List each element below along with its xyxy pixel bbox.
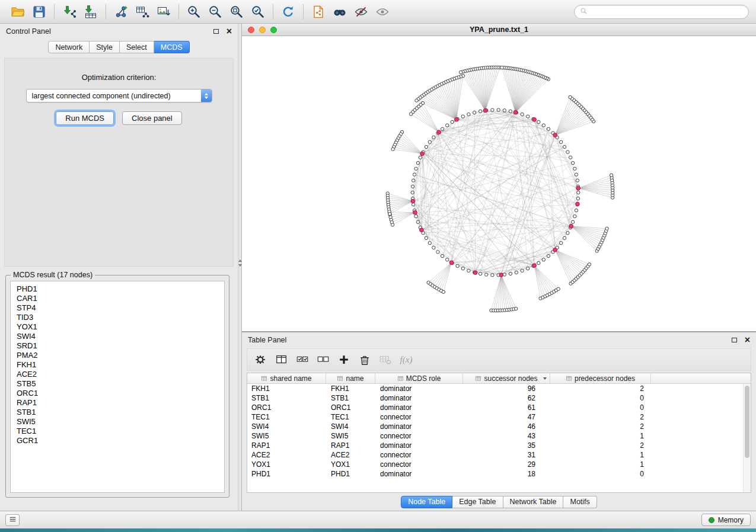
network-node[interactable] [416, 220, 419, 223]
column-menu-chevron-icon[interactable] [543, 377, 547, 380]
network-leaf-node[interactable] [588, 263, 591, 266]
close-table-panel-icon[interactable]: × [745, 335, 750, 345]
network-node[interactable] [576, 179, 579, 182]
new-network-button[interactable] [110, 2, 132, 21]
window-minimize-light[interactable] [259, 27, 266, 33]
zoom-out-button[interactable] [205, 2, 226, 21]
select-all-rows-button[interactable] [294, 351, 311, 368]
network-leaf-node[interactable] [391, 148, 394, 150]
network-node[interactable] [436, 251, 439, 254]
network-node[interactable] [451, 120, 454, 123]
network-node[interactable] [521, 113, 524, 116]
network-node[interactable] [441, 254, 444, 257]
network-node[interactable] [575, 209, 578, 212]
network-node[interactable] [563, 236, 566, 239]
column-header-predecessor-nodes[interactable]: predecessor nodes [550, 373, 651, 383]
network-node[interactable] [413, 173, 416, 176]
list-item[interactable]: TEC1 [11, 427, 224, 436]
list-item[interactable]: RAP1 [11, 398, 224, 408]
network-hub-node[interactable] [413, 210, 417, 214]
network-hub-node[interactable] [553, 248, 557, 252]
network-document-button[interactable] [308, 2, 329, 21]
table-row[interactable]: SWI4SWI4dominator462 [247, 422, 751, 431]
network-hub-node[interactable] [473, 271, 477, 275]
network-node[interactable] [441, 127, 444, 130]
network-hub-node[interactable] [499, 273, 503, 277]
table-row[interactable]: FKH1FKH1dominator962 [247, 384, 751, 393]
column-header-name[interactable]: name [326, 373, 375, 383]
network-hub-node[interactable] [553, 133, 557, 137]
memory-button[interactable]: Memory [701, 514, 751, 526]
network-node[interactable] [503, 109, 506, 112]
open-folder-button[interactable] [7, 2, 28, 21]
table-settings-button[interactable] [252, 351, 270, 368]
export-image-button[interactable] [153, 2, 174, 21]
list-item[interactable]: PMA2 [11, 351, 224, 360]
import-table-button[interactable] [80, 2, 101, 21]
list-item[interactable]: FKH1 [11, 360, 224, 370]
network-node[interactable] [515, 271, 518, 274]
network-node[interactable] [467, 113, 470, 116]
network-node[interactable] [563, 145, 566, 148]
network-node[interactable] [559, 241, 562, 244]
show-columns-button[interactable] [273, 351, 291, 368]
list-item[interactable]: SWI5 [11, 417, 224, 427]
mcds-result-list[interactable]: PHD1CAR1STP4TID3YOX1SWI4SRD1PMA2FKH1ACE2… [10, 281, 225, 493]
float-panel-icon[interactable] [213, 29, 219, 34]
search-input[interactable] [591, 8, 743, 16]
network-node[interactable] [576, 197, 579, 200]
zoom-in-button[interactable] [183, 2, 205, 21]
network-hub-node[interactable] [576, 202, 580, 206]
network-leaf-node[interactable] [415, 99, 418, 102]
network-hub-node[interactable] [449, 261, 454, 265]
search-box[interactable] [574, 5, 749, 19]
list-item[interactable]: ORC1 [11, 389, 224, 398]
network-node[interactable] [509, 110, 512, 113]
create-column-button[interactable] [335, 351, 353, 368]
network-node[interactable] [419, 156, 422, 159]
network-node[interactable] [542, 124, 545, 127]
tab-mcds[interactable]: MCDS [154, 41, 190, 53]
network-leaf-node[interactable] [442, 290, 445, 293]
network-hub-node[interactable] [569, 224, 573, 228]
optimization-criterion-select[interactable]: largest connected component (undirected) [26, 89, 212, 102]
network-node[interactable] [569, 156, 572, 159]
refresh-button[interactable] [277, 2, 299, 21]
network-hub-node[interactable] [455, 118, 459, 122]
network-node[interactable] [412, 179, 414, 182]
float-table-panel-icon[interactable] [732, 338, 737, 342]
network-hub-node[interactable] [420, 228, 424, 232]
network-node[interactable] [479, 272, 481, 275]
network-node[interactable] [575, 173, 578, 176]
network-node[interactable] [479, 110, 481, 113]
close-panel-icon[interactable]: × [227, 27, 232, 36]
network-node[interactable] [411, 185, 414, 188]
table-row[interactable]: RAP1RAP1dominator352 [247, 441, 751, 450]
network-node[interactable] [467, 269, 470, 272]
network-canvas[interactable] [242, 36, 756, 331]
list-item[interactable]: YOX1 [11, 322, 224, 332]
network-node[interactable] [473, 111, 476, 114]
network-node[interactable] [461, 115, 464, 118]
status-list-button[interactable] [5, 514, 20, 526]
network-view[interactable] [242, 36, 756, 331]
list-item[interactable]: STB5 [11, 379, 224, 389]
network-node[interactable] [497, 108, 500, 111]
run-mcds-button[interactable]: Run MCDS [56, 111, 114, 125]
network-node[interactable] [491, 108, 494, 111]
network-hub-node[interactable] [483, 108, 487, 113]
network-node[interactable] [547, 254, 550, 257]
network-node[interactable] [577, 191, 580, 194]
column-header-successor-nodes[interactable]: successor nodes [463, 373, 550, 383]
network-node[interactable] [425, 145, 428, 148]
show-eye-button[interactable] [372, 2, 393, 21]
window-zoom-light[interactable] [270, 27, 277, 33]
network-node[interactable] [547, 127, 550, 130]
list-item[interactable]: CAR1 [11, 294, 224, 303]
zoom-selected-button[interactable] [247, 2, 269, 21]
import-network-button[interactable] [59, 2, 80, 21]
network-node[interactable] [425, 236, 428, 239]
network-node[interactable] [412, 203, 414, 206]
select-stepper-icon[interactable] [201, 89, 212, 102]
network-node[interactable] [573, 167, 576, 170]
